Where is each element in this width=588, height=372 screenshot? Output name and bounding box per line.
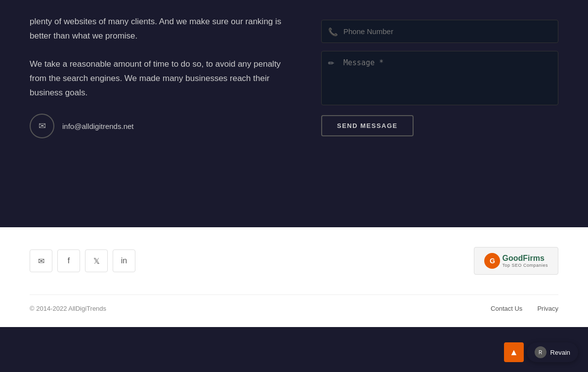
phone-input-wrapper: 📞 <box>321 20 558 43</box>
left-content: plenty of websites of many clients. And … <box>30 15 292 198</box>
chevron-up-icon: ▲ <box>509 347 518 358</box>
contact-form: 📞 ✏ SEND MESSAGE <box>321 15 558 198</box>
email-contact: ✉ info@alldigitrends.net <box>30 114 292 138</box>
footer-links: Contact Us Privacy <box>491 305 558 312</box>
social-facebook-button[interactable]: f <box>57 249 80 272</box>
email-circle-icon: ✉ <box>30 114 54 138</box>
paragraph-2: We take a reasonable amount of time to d… <box>30 57 292 100</box>
social-twitter-button[interactable]: 𝕏 <box>85 249 108 272</box>
revain-icon: R <box>535 346 546 358</box>
privacy-link[interactable]: Privacy <box>537 305 558 312</box>
message-textarea[interactable] <box>321 51 558 105</box>
envelope-icon: ✉ <box>39 121 46 131</box>
social-linkedin-button[interactable]: in <box>113 249 135 272</box>
contact-section: plenty of websites of many clients. And … <box>0 0 588 227</box>
footer: ✉ f 𝕏 in G GoodFirms Top SEO Companies ©… <box>0 227 588 327</box>
revain-label: Revain <box>550 349 570 356</box>
footer-bottom: © 2014-2022 AllDigiTrends Contact Us Pri… <box>30 294 558 312</box>
paragraph-1: plenty of websites of many clients. And … <box>30 15 292 43</box>
goodfirms-subtitle: Top SEO Companies <box>502 263 548 268</box>
scroll-top-button[interactable]: ▲ <box>504 342 524 362</box>
message-textarea-wrapper: ✏ <box>321 51 558 107</box>
contact-us-link[interactable]: Contact Us <box>491 305 522 312</box>
phone-icon: 📞 <box>328 27 338 36</box>
phone-input[interactable] <box>321 20 558 43</box>
social-email-button[interactable]: ✉ <box>30 249 52 272</box>
pencil-icon: ✏ <box>328 59 335 68</box>
copyright-text: © 2014-2022 AllDigiTrends <box>30 305 106 312</box>
goodfirms-logo-text: GoodFirms Top SEO Companies <box>502 254 548 268</box>
footer-top: ✉ f 𝕏 in G GoodFirms Top SEO Companies <box>30 247 558 275</box>
goodfirms-badge[interactable]: G GoodFirms Top SEO Companies <box>474 247 558 275</box>
goodfirms-icon: G <box>484 253 500 269</box>
revain-badge[interactable]: R Revain <box>527 342 578 362</box>
email-address: info@alldigitrends.net <box>62 122 133 130</box>
social-icons-group: ✉ f 𝕏 in <box>30 249 135 272</box>
send-message-button[interactable]: SEND MESSAGE <box>321 115 414 136</box>
